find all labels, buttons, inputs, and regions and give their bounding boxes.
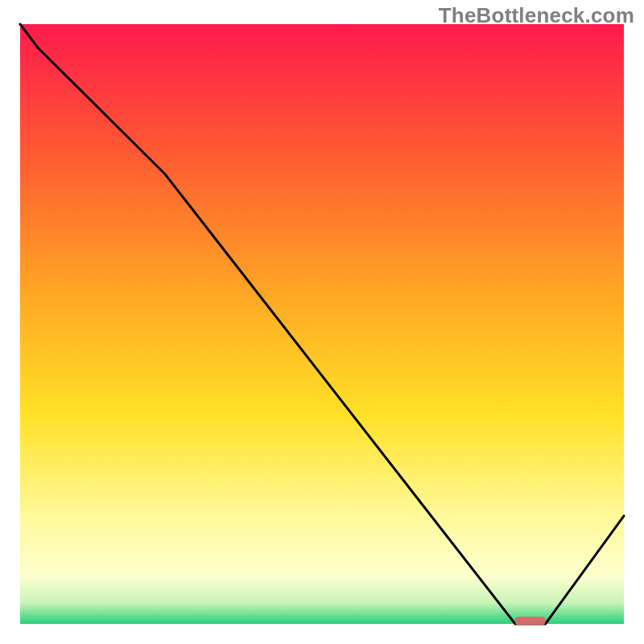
bottleneck-chart [0, 0, 644, 644]
optimum-marker [515, 617, 546, 625]
chart-stage: TheBottleneck.com [0, 0, 644, 644]
plot-background [20, 24, 624, 624]
